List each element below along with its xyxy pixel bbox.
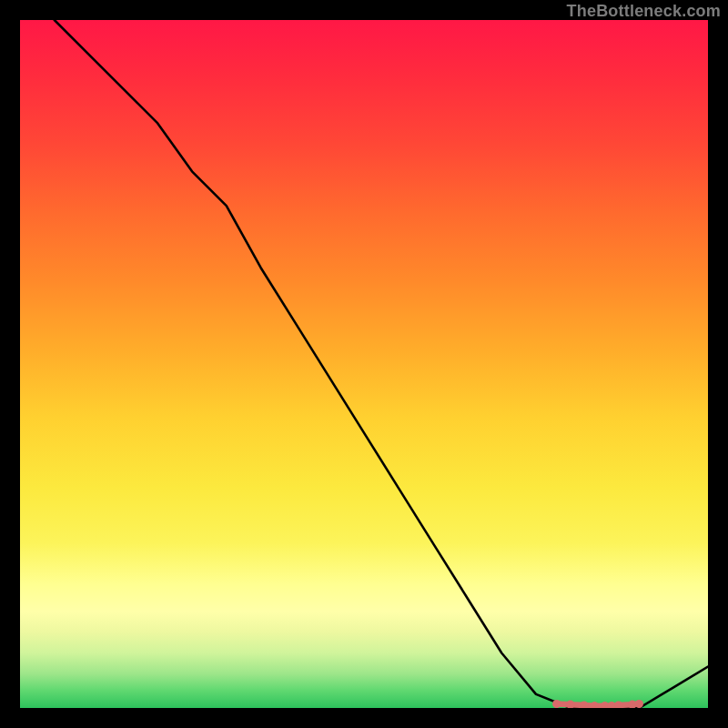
svg-point-2: [580, 701, 588, 708]
bottleneck-curve: [20, 20, 708, 708]
chart-stage: TheBottleneck.com: [0, 0, 728, 728]
svg-point-8: [635, 700, 643, 708]
bottleneck-min-markers: [552, 700, 643, 708]
svg-point-0: [552, 700, 561, 708]
svg-point-3: [591, 702, 599, 708]
watermark-text: TheBottleneck.com: [567, 2, 721, 21]
svg-point-6: [614, 701, 622, 708]
chart-overlay-svg: [20, 20, 708, 708]
